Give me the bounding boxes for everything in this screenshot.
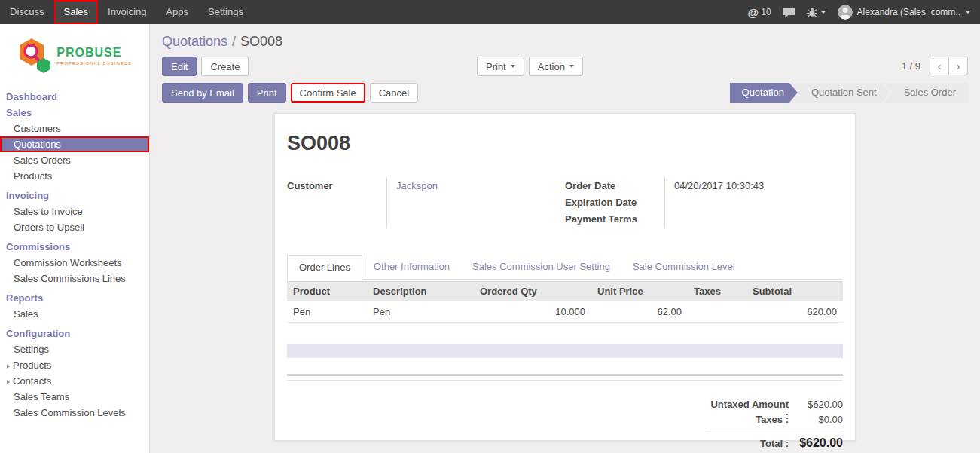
status-quotation-sent[interactable]: Quotation Sent [791, 83, 890, 103]
control-panel: Quotations/SO008 Edit Create Print Actio… [150, 24, 980, 103]
sidebar-item-quotations[interactable]: Quotations [0, 136, 149, 152]
sidebar-item-products[interactable]: Products [0, 168, 149, 184]
tab-other-information[interactable]: Other Information [362, 255, 461, 279]
sidebar-item-sales-commissions-lines[interactable]: Sales Commissions Lines [0, 271, 149, 286]
order-line-row[interactable]: Pen Pen 10.000 62.00 620.00 [287, 301, 843, 323]
untaxed-amount-value: $620.00 [789, 399, 843, 410]
customer-label: Customer [287, 178, 386, 194]
totals-divider [707, 433, 843, 433]
quotation-sheet: SO008 Customer Jackspon Or [274, 113, 856, 441]
pager-next-button[interactable]: › [948, 57, 968, 75]
chevron-down-icon [820, 11, 826, 14]
sidebar-item-dashboard[interactable]: Dashboard [0, 89, 149, 105]
breadcrumb-current: SO008 [240, 34, 282, 49]
create-button[interactable]: Create [201, 57, 249, 76]
sidebar-item-settings[interactable]: Settings [0, 341, 149, 357]
total-value: $620.00 [789, 436, 843, 450]
table-header-row: Product Description Ordered Qty Unit Pri… [287, 282, 843, 301]
sidebar-item-sales-to-invoice[interactable]: Sales to Invoice [0, 204, 149, 219]
column-description[interactable]: Description [367, 282, 474, 301]
customer-value[interactable]: Jackspon [396, 178, 565, 194]
sidebar-item-orders-to-upsell[interactable]: Orders to Upsell [0, 219, 149, 235]
status-quotation[interactable]: Quotation [730, 83, 798, 103]
bug-icon [807, 7, 817, 17]
pager-value: 1 / 9 [902, 60, 920, 72]
sidebar-heading-commissions[interactable]: Commissions [0, 239, 149, 255]
sidebar-heading-sales[interactable]: Sales [0, 105, 149, 121]
order-lines-table: Product Description Ordered Qty Unit Pri… [287, 281, 843, 323]
sidebar-heading-configuration[interactable]: Configuration [0, 326, 149, 341]
topbar-menu-invoicing[interactable]: Invoicing [98, 0, 156, 24]
tab-sales-commission-user-setting[interactable]: Sales Commission User Setting [461, 255, 621, 279]
sidebar-nav: Dashboard Sales Customers Quotations Sal… [0, 89, 149, 421]
logo-subtitle: PROFESSIONAL BUSINESS [56, 61, 131, 66]
chevron-right-icon [7, 380, 10, 384]
messages-button[interactable] [783, 7, 795, 18]
edit-button[interactable]: Edit [162, 57, 197, 76]
expiration-date-label: Expiration Date [565, 194, 664, 211]
column-ordered-qty[interactable]: Ordered Qty [474, 282, 591, 301]
cell-taxes [688, 301, 746, 323]
topbar-menu-discuss[interactable]: Discuss [0, 0, 54, 24]
debug-menu-button[interactable] [807, 7, 826, 17]
activities-count: 10 [761, 7, 771, 17]
column-product[interactable]: Product [287, 282, 367, 301]
sidebar-heading-invoicing[interactable]: Invoicing [0, 188, 149, 204]
cell-subtotal: 620.00 [746, 301, 843, 323]
order-date-value: 04/20/2017 10:30:43 [674, 178, 843, 194]
separator-thin [287, 380, 843, 381]
sidebar-item-customers[interactable]: Customers [0, 121, 149, 136]
activities-button[interactable]: @ 10 [748, 6, 771, 19]
topbar-menu-apps[interactable]: Apps [156, 0, 198, 24]
topbar: Discuss Sales Invoicing Apps Settings @ … [0, 0, 980, 24]
column-unit-price[interactable]: Unit Price [591, 282, 688, 301]
sidebar-heading-reports[interactable]: Reports [0, 290, 149, 306]
sidebar-item-sales-orders[interactable]: Sales Orders [0, 152, 149, 168]
confirm-sale-button[interactable]: Confirm Sale [291, 83, 365, 103]
print-button[interactable]: Print [248, 83, 286, 103]
sidebar-item-contacts[interactable]: Contacts [0, 373, 149, 389]
topbar-menu-settings[interactable]: Settings [198, 0, 253, 24]
sidebar-item-commission-worksheets[interactable]: Commission Worksheets [0, 255, 149, 271]
total-label: Total : [707, 438, 789, 449]
topbar-menu-sales[interactable]: Sales [54, 0, 99, 24]
sidebar-item-sales-teams[interactable]: Sales Teams [0, 389, 149, 405]
expiration-date-value [674, 194, 843, 211]
cancel-button[interactable]: Cancel [370, 83, 418, 103]
statusbar: Quotation Quotation Sent Sales Order [730, 83, 968, 103]
breadcrumb-separator: / [232, 34, 236, 49]
status-sales-order[interactable]: Sales Order [884, 83, 968, 103]
content-area: Quotations/SO008 Edit Create Print Actio… [150, 24, 980, 453]
field-groups: Customer Jackspon Order Date Expiration … [287, 178, 843, 228]
empty-note-strip [287, 344, 843, 358]
pager-previous-button[interactable]: ‹ [930, 57, 949, 75]
user-name: Alexandra (Sales_comm.. [857, 7, 960, 17]
column-subtotal[interactable]: Subtotal [746, 282, 843, 301]
chevron-right-icon [7, 364, 10, 369]
logo-title: PROBUSE [56, 46, 131, 60]
cell-unit-price: 62.00 [591, 301, 688, 323]
breadcrumb: Quotations/SO008 [162, 33, 968, 50]
print-dropdown-button[interactable]: Print [477, 57, 524, 76]
payment-terms-value [674, 211, 843, 228]
chevron-down-icon [569, 65, 574, 68]
sidebar-item-sales-commission-levels[interactable]: Sales Commission Levels [0, 405, 149, 421]
tab-sale-commission-level[interactable]: Sale Commission Level [621, 255, 746, 279]
totals-block: Untaxed Amount : $620.00 Taxes : $0.00 T… [707, 399, 843, 453]
sidebar-item-reports-sales[interactable]: Sales [0, 306, 149, 322]
avatar [838, 5, 853, 20]
cell-ordered-qty: 10.000 [474, 301, 591, 323]
notebook-tabs: Order Lines Other Information Sales Comm… [287, 255, 843, 280]
probuse-logo[interactable]: PROBUSE PROFESSIONAL BUSINESS [11, 33, 138, 78]
order-date-label: Order Date [565, 178, 664, 194]
sidebar-item-config-products[interactable]: Products [0, 357, 149, 373]
record-title: SO008 [287, 132, 843, 155]
user-menu[interactable]: Alexandra (Sales_comm.. [838, 5, 971, 20]
chevron-down-icon [965, 11, 971, 14]
action-dropdown-button[interactable]: Action [529, 57, 583, 76]
column-taxes[interactable]: Taxes [688, 282, 746, 301]
tab-order-lines[interactable]: Order Lines [287, 255, 362, 280]
send-by-email-button[interactable]: Send by Email [162, 83, 243, 103]
breadcrumb-quotations[interactable]: Quotations [162, 34, 227, 49]
app-window: Discuss Sales Invoicing Apps Settings @ … [0, 0, 980, 453]
